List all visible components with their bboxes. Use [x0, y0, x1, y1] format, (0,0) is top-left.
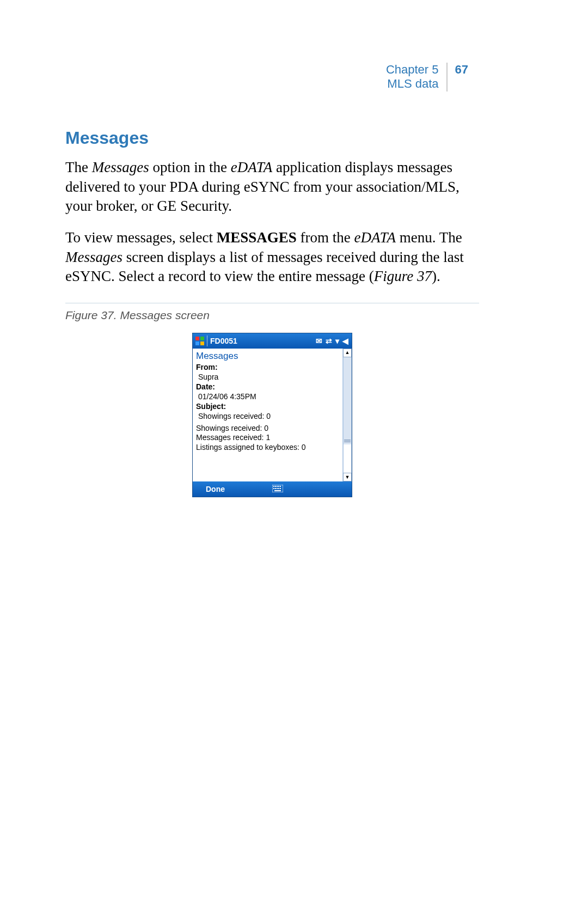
- subject-value: Showings received: 0: [198, 412, 339, 420]
- header-left: Chapter 5 MLS data: [386, 63, 448, 91]
- message-body: Showings received: 0 Messages received: …: [196, 424, 339, 453]
- manual-page: Chapter 5 MLS data 67 Messages The Messa…: [0, 0, 588, 909]
- paragraph-1: The Messages option in the eDATA applica…: [65, 158, 479, 216]
- svg-rect-3: [200, 341, 204, 345]
- speaker-icon: ◀: [342, 337, 348, 345]
- figure-caption: Figure 37. Messages screen: [65, 309, 479, 322]
- from-value: Supra: [198, 373, 339, 381]
- scroll-thumb[interactable]: [343, 357, 352, 444]
- pda-titlebar: FD0051 ✉ ⇄ ▾ ◀: [193, 333, 352, 349]
- svg-rect-2: [195, 341, 199, 345]
- pda-status-icons: ✉ ⇄ ▾ ◀: [316, 337, 348, 345]
- paragraph-2: To view messages, select MESSAGES from t…: [65, 228, 479, 286]
- scroll-up-button[interactable]: ▲: [343, 349, 352, 357]
- svg-rect-5: [273, 486, 274, 487]
- em-edata-2: eDATA: [354, 229, 396, 246]
- scroll-track[interactable]: [343, 444, 352, 473]
- body-line-3: Listings assigned to keyboxes: 0: [196, 443, 339, 453]
- running-header: Chapter 5 MLS data 67: [386, 63, 468, 91]
- scrollbar[interactable]: ▲ ▼: [342, 349, 352, 482]
- svg-rect-15: [274, 490, 281, 491]
- svg-rect-0: [195, 337, 199, 340]
- em-messages-2: Messages: [65, 249, 122, 265]
- subject-label: Subject:: [196, 402, 339, 411]
- text: ).: [432, 268, 440, 284]
- body-spacer: [196, 452, 339, 478]
- em-messages: Messages: [92, 159, 149, 175]
- body-line-2: Messages received: 1: [196, 433, 339, 443]
- em-edata: eDATA: [231, 159, 272, 175]
- svg-rect-1: [200, 337, 204, 340]
- svg-rect-10: [273, 488, 274, 489]
- svg-rect-14: [280, 488, 281, 489]
- em-figure-ref: Figure 37: [374, 268, 432, 284]
- done-button[interactable]: Done: [193, 485, 271, 493]
- envelope-icon: ✉: [316, 337, 322, 345]
- svg-rect-9: [280, 486, 281, 487]
- body-line-1: Showings received: 0: [196, 424, 339, 434]
- svg-rect-13: [278, 488, 279, 489]
- text: option in the: [149, 159, 231, 175]
- bold-messages: MESSAGES: [217, 229, 297, 246]
- chapter-subtitle: MLS data: [386, 77, 439, 91]
- sync-icon: ⇄: [326, 337, 332, 345]
- pda-body-row: Messages From: Supra Date: 01/24/06 4:35…: [193, 349, 352, 482]
- scroll-grip-icon: [344, 438, 351, 444]
- svg-rect-7: [277, 486, 278, 487]
- content-block: Messages The Messages option in the eDAT…: [65, 128, 479, 497]
- svg-rect-11: [275, 488, 276, 489]
- text: To view messages, select: [65, 229, 217, 246]
- pda-body: Messages From: Supra Date: 01/24/06 4:35…: [193, 349, 342, 482]
- text: The: [65, 159, 92, 175]
- keyboard-icon[interactable]: [271, 485, 284, 494]
- pda-bottombar: Done: [193, 481, 352, 497]
- title-separator: [207, 335, 207, 346]
- figure-separator: [65, 303, 479, 303]
- text: menu. The: [396, 229, 462, 246]
- chapter-label: Chapter 5: [386, 63, 439, 77]
- pda-window-title: FD0051: [210, 337, 316, 345]
- scroll-down-button[interactable]: ▼: [343, 473, 352, 481]
- section-heading: Messages: [65, 128, 479, 148]
- pda-screenshot: FD0051 ✉ ⇄ ▾ ◀ Messages From: Supra Date…: [192, 333, 352, 498]
- date-label: Date:: [196, 382, 339, 391]
- date-value: 01/24/06 4:35PM: [198, 392, 339, 401]
- page-number: 67: [448, 63, 468, 77]
- text: from the: [297, 229, 354, 246]
- svg-rect-12: [277, 488, 278, 489]
- svg-rect-8: [278, 486, 279, 487]
- windows-flag-icon: [195, 336, 205, 346]
- screen-title: Messages: [196, 351, 339, 362]
- from-label: From:: [196, 363, 339, 371]
- svg-rect-6: [275, 486, 276, 487]
- signal-icon: ▾: [335, 337, 339, 345]
